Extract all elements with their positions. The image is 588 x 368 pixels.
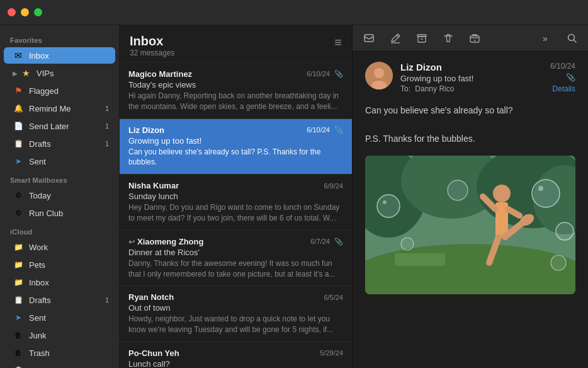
email-sender: Magico Martinez	[128, 69, 192, 79]
sidebar-item-run-club[interactable]: ⚙ Run Club	[4, 205, 115, 221]
details-link[interactable]: Details	[550, 84, 575, 93]
email-item[interactable]: Ryan Notch 6/5/24 Out of town Howdy, nei…	[120, 286, 352, 342]
to-name: Danny Rico	[415, 84, 454, 93]
sidebar-item-send-later-label: Send Later	[29, 122, 99, 131]
detail-pane: »	[353, 25, 588, 368]
favorites-label: Favorites	[0, 30, 119, 47]
email-list-header: Inbox 32 messages ≡	[120, 25, 352, 63]
sidebar-item-drafts[interactable]: 📋 Drafts 1	[4, 135, 115, 152]
email-preview: Hey Danny, Do you and Rigo want to come …	[128, 202, 343, 224]
email-list-title: Inbox	[130, 34, 174, 49]
email-date: 6/9/24	[324, 182, 343, 190]
svg-point-25	[383, 200, 387, 204]
sidebar-item-run-club-label: Run Club	[29, 209, 109, 218]
svg-point-34	[448, 180, 468, 200]
flagged-icon: ⚑	[13, 85, 24, 96]
email-subject: Dinner at the Ricos'	[128, 248, 343, 257]
sidebar-item-send-later[interactable]: 📄 Send Later 1	[4, 118, 115, 134]
today-icon: ⚙	[13, 190, 24, 201]
sidebar-item-vips-label: VIPs	[37, 69, 109, 78]
sidebar-item-today[interactable]: ⚙ Today	[4, 187, 115, 204]
svg-point-16	[493, 185, 511, 202]
to-label: To:	[400, 84, 410, 93]
email-preview: Howdy, neighbor, Just wanted to drop a q…	[128, 314, 343, 335]
send-later-badge: 1	[99, 122, 109, 130]
app-body: Favorites ✉ Inbox ▶ ★ VIPs ⚑ Flagged 🔔 R…	[0, 25, 588, 368]
sidebar-item-archive-label: Archive	[29, 366, 109, 369]
compose-button[interactable]	[360, 30, 378, 47]
sidebar-item-trash[interactable]: 🗑 Trash	[4, 345, 115, 361]
sidebar-item-vips[interactable]: ▶ ★ VIPs	[4, 65, 115, 81]
sidebar-item-pets[interactable]: 📁 Pets	[4, 256, 115, 273]
sidebar-item-work-label: Work	[29, 243, 109, 252]
run-club-icon: ⚙	[13, 207, 24, 219]
minimize-button[interactable]	[21, 8, 29, 16]
sidebar-item-junk[interactable]: 🗑 Junk	[4, 327, 115, 343]
sidebar-item-remind-me[interactable]: 🔔 Remind Me 1	[4, 100, 115, 117]
attachment-icon: 📎	[334, 126, 343, 134]
more-icon: »	[543, 33, 548, 43]
sidebar-item-work[interactable]: 📁 Work	[4, 239, 115, 255]
search-button[interactable]	[563, 30, 580, 47]
svg-rect-14	[365, 263, 575, 294]
svg-point-32	[401, 238, 414, 250]
email-date: 6/10/24 📎	[307, 126, 343, 134]
svg-point-6	[374, 68, 384, 78]
email-date: 6/7/24 📎	[310, 238, 343, 246]
avatar	[365, 62, 393, 89]
filter-button[interactable]: ≡	[334, 35, 342, 50]
vips-icon: ★	[20, 67, 31, 79]
sidebar-item-icloud-sent-label: Sent	[29, 313, 109, 323]
sidebar-item-sent-label: Sent	[29, 157, 109, 166]
sidebar: Favorites ✉ Inbox ▶ ★ VIPs ⚑ Flagged 🔔 R…	[0, 25, 120, 368]
sidebar-item-icloud-sent[interactable]: ➤ Sent	[4, 309, 115, 326]
sidebar-item-icloud-drafts[interactable]: 📋 Drafts 1	[4, 292, 115, 308]
email-subject: Lunch call?	[128, 359, 343, 368]
email-subject: Out of town	[128, 303, 343, 313]
email-item[interactable]: ↩Xiaomeng Zhong 6/7/24 📎 Dinner at the R…	[120, 231, 352, 287]
trash-button[interactable]	[439, 30, 457, 47]
attachment-icon: 📎	[334, 70, 343, 78]
email-sender: Nisha Kumar	[128, 181, 179, 190]
svg-point-36	[551, 255, 566, 270]
icloud-drafts-badge: 1	[99, 296, 109, 304]
archive-button[interactable]	[413, 30, 431, 47]
expand-arrow-icon: ▶	[13, 70, 18, 77]
email-item[interactable]: Nisha Kumar 6/9/24 Sunday lunch Hey Dann…	[120, 175, 352, 231]
icloud-sent-icon: ➤	[13, 312, 24, 323]
email-item[interactable]: Liz Dizon 6/10/24 📎 Growing up too fast!…	[120, 119, 352, 175]
close-button[interactable]	[8, 8, 16, 16]
move-button[interactable]	[466, 30, 483, 47]
drafts-icon: 📋	[13, 138, 24, 149]
email-preview: Can you believe she's already so tall? P…	[128, 147, 343, 168]
svg-point-24	[377, 195, 400, 217]
detail-to: To: Danny Rico	[400, 84, 550, 93]
svg-rect-3	[470, 36, 479, 42]
svg-rect-0	[365, 35, 373, 42]
work-icon: 📁	[13, 241, 24, 253]
email-subject: Growing up too fast!	[128, 136, 343, 146]
maximize-button[interactable]	[34, 8, 42, 16]
email-detail-header: Liz Dizon Growing up too fast! To: Danny…	[365, 62, 575, 93]
email-date: 6/5/24	[324, 294, 343, 301]
sidebar-item-inbox[interactable]: ✉ Inbox	[4, 47, 115, 64]
email-sender: Po-Chun Yeh	[128, 348, 179, 358]
junk-icon: 🗑	[13, 330, 24, 341]
sidebar-item-pets-label: Pets	[29, 260, 109, 270]
sidebar-item-icloud-drafts-label: Drafts	[29, 296, 99, 305]
email-list-subtitle: 32 messages	[130, 49, 174, 57]
remind-me-icon: 🔔	[13, 103, 24, 114]
sidebar-item-icloud-inbox[interactable]: 📁 Inbox	[4, 274, 115, 290]
more-button[interactable]: »	[536, 30, 554, 47]
sidebar-item-archive[interactable]: 📦 Archive	[4, 362, 115, 368]
new-compose-button[interactable]	[387, 30, 404, 47]
email-item[interactable]: Magico Martinez 6/10/24 📎 Today's epic v…	[120, 63, 352, 119]
sidebar-item-flagged[interactable]: ⚑ Flagged	[4, 83, 115, 99]
sidebar-item-sent[interactable]: ➤ Sent	[4, 153, 115, 170]
detail-toolbar: »	[353, 25, 588, 52]
email-item[interactable]: Po-Chun Yeh 5/29/24 Lunch call? Think yo…	[120, 342, 352, 368]
remind-me-badge: 1	[99, 105, 109, 112]
detail-attachment-indicator: 📎	[550, 73, 575, 82]
email-list: Magico Martinez 6/10/24 📎 Today's epic v…	[120, 63, 352, 368]
title-bar	[0, 0, 588, 25]
